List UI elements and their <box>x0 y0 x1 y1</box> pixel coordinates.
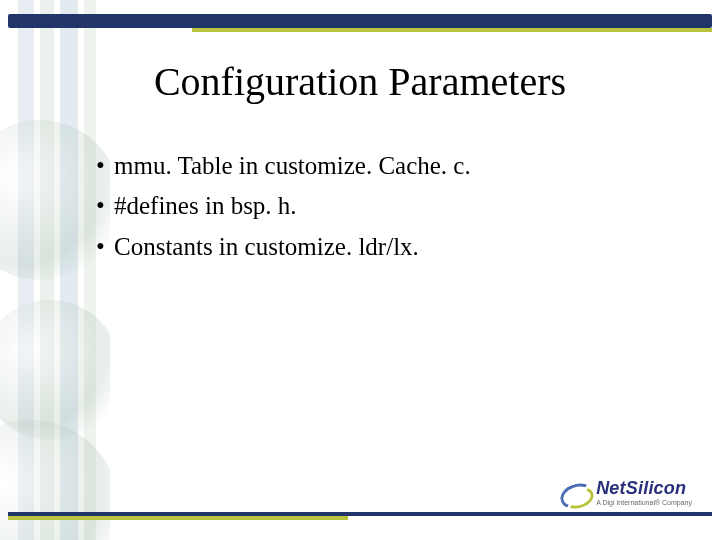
footer-logo: NetSilicon A Digi International® Company <box>560 479 692 506</box>
bullet-icon <box>96 229 114 265</box>
logo-name: NetSilicon <box>596 479 692 497</box>
logo-tagline: A Digi International® Company <box>596 499 692 506</box>
bottom-accent <box>8 516 348 520</box>
logo-icon <box>560 482 590 504</box>
logo-text: NetSilicon A Digi International® Company <box>596 479 692 506</box>
list-item-text: mmu. Table in customize. Cache. c. <box>114 148 471 184</box>
list-item: Constants in customize. ldr/lx. <box>96 229 680 265</box>
bullet-icon <box>96 188 114 224</box>
list-item-text: Constants in customize. ldr/lx. <box>114 229 419 265</box>
list-item-text: #defines in bsp. h. <box>114 188 297 224</box>
slide-title: Configuration Parameters <box>0 58 720 105</box>
slide-body: mmu. Table in customize. Cache. c. #defi… <box>96 148 680 269</box>
slide: Configuration Parameters mmu. Table in c… <box>0 0 720 540</box>
top-accent <box>192 28 712 32</box>
top-bar <box>8 14 712 28</box>
list-item: mmu. Table in customize. Cache. c. <box>96 148 680 184</box>
list-item: #defines in bsp. h. <box>96 188 680 224</box>
bullet-icon <box>96 148 114 184</box>
